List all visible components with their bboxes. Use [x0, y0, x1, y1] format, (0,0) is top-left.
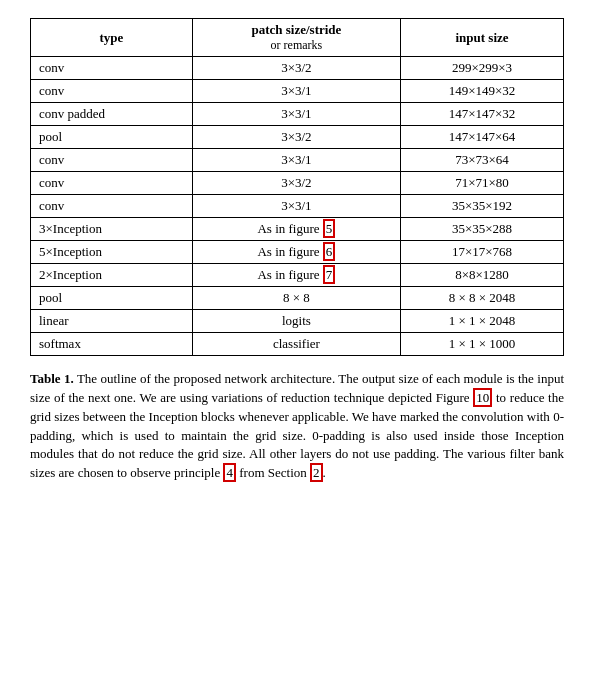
cell-type: 2×Inception [31, 264, 193, 287]
caption-bold: Table 1. [30, 371, 74, 386]
cell-patch: As in figure 7 [192, 264, 400, 287]
cell-type: 3×Inception [31, 218, 193, 241]
cell-input: 8 × 8 × 2048 [401, 287, 564, 310]
table-row: conv3×3/135×35×192 [31, 195, 564, 218]
table-caption: Table 1. The outline of the proposed net… [30, 370, 564, 483]
caption-ref1: 10 [473, 388, 492, 407]
table-row: linearlogits1 × 1 × 2048 [31, 310, 564, 333]
col-type-header: type [31, 19, 193, 57]
cell-input: 17×17×768 [401, 241, 564, 264]
cell-input: 1 × 1 × 1000 [401, 333, 564, 356]
cell-type: linear [31, 310, 193, 333]
cell-input: 71×71×80 [401, 172, 564, 195]
caption-ref3: 2 [310, 463, 323, 482]
caption-text3: from Section [236, 465, 310, 480]
cell-type: conv [31, 149, 193, 172]
table-row: 2×InceptionAs in figure 78×8×1280 [31, 264, 564, 287]
cell-input: 147×147×32 [401, 103, 564, 126]
caption-ref2: 4 [223, 463, 236, 482]
cell-patch: 3×3/2 [192, 57, 400, 80]
cell-input: 1 × 1 × 2048 [401, 310, 564, 333]
cell-patch: 3×3/2 [192, 172, 400, 195]
cell-type: conv [31, 195, 193, 218]
table-row: conv padded3×3/1147×147×32 [31, 103, 564, 126]
table-row: conv3×3/1149×149×32 [31, 80, 564, 103]
col-input-header: input size [401, 19, 564, 57]
table-row: conv3×3/173×73×64 [31, 149, 564, 172]
cell-input: 35×35×192 [401, 195, 564, 218]
cell-type: conv [31, 57, 193, 80]
cell-input: 299×299×3 [401, 57, 564, 80]
table-row: pool8 × 88 × 8 × 2048 [31, 287, 564, 310]
cell-patch: 3×3/1 [192, 103, 400, 126]
table-row: 3×InceptionAs in figure 535×35×288 [31, 218, 564, 241]
table-row: conv3×3/271×71×80 [31, 172, 564, 195]
cell-type: pool [31, 126, 193, 149]
cell-input: 149×149×32 [401, 80, 564, 103]
table-row: softmaxclassifier1 × 1 × 1000 [31, 333, 564, 356]
cell-type: conv [31, 80, 193, 103]
cell-patch: 3×3/1 [192, 80, 400, 103]
cell-patch: As in figure 6 [192, 241, 400, 264]
cell-type: conv padded [31, 103, 193, 126]
cell-patch: 3×3/1 [192, 195, 400, 218]
cell-patch: logits [192, 310, 400, 333]
cell-patch: 3×3/1 [192, 149, 400, 172]
cell-input: 73×73×64 [401, 149, 564, 172]
cell-patch: 3×3/2 [192, 126, 400, 149]
cell-patch: As in figure 5 [192, 218, 400, 241]
cell-input: 147×147×64 [401, 126, 564, 149]
table-row: conv3×3/2299×299×3 [31, 57, 564, 80]
cell-type: conv [31, 172, 193, 195]
cell-patch: classifier [192, 333, 400, 356]
table-row: pool3×3/2147×147×64 [31, 126, 564, 149]
table-row: 5×InceptionAs in figure 617×17×768 [31, 241, 564, 264]
cell-input: 35×35×288 [401, 218, 564, 241]
cell-input: 8×8×1280 [401, 264, 564, 287]
cell-type: softmax [31, 333, 193, 356]
col-patch-header: patch size/stride or remarks [192, 19, 400, 57]
cell-patch: 8 × 8 [192, 287, 400, 310]
architecture-table: type patch size/stride or remarks input … [30, 18, 564, 356]
cell-type: pool [31, 287, 193, 310]
cell-type: 5×Inception [31, 241, 193, 264]
caption-text4: . [323, 465, 326, 480]
